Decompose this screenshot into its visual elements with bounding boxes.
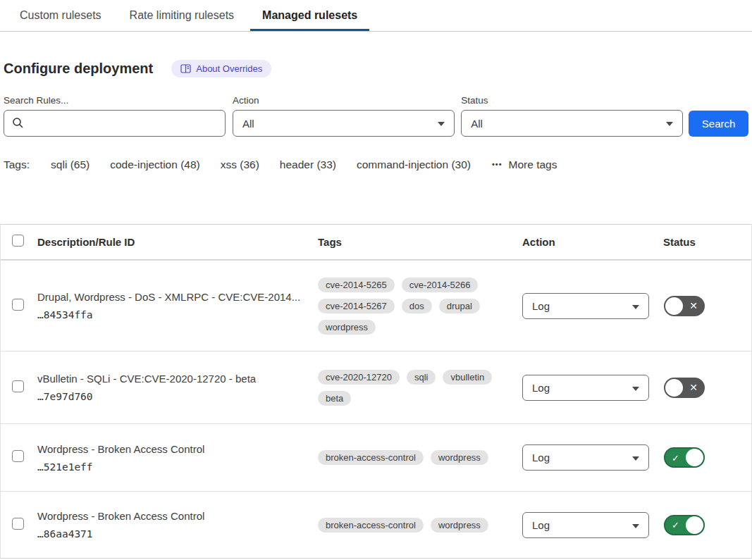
about-overrides-label: About Overrides: [196, 63, 262, 74]
chevron-down-icon: [666, 122, 673, 126]
table-row: Wordpress - Broken Access Control …521e1…: [1, 423, 751, 491]
search-rules-field: Search Rules...: [4, 95, 226, 137]
row-action-value: Log: [532, 452, 550, 463]
tags-bar-label: Tags:: [4, 158, 30, 171]
tags-bar: Tags: sqli (65) code-injection (48) xss …: [4, 158, 748, 171]
chevron-down-icon: [632, 387, 639, 391]
page-header: Configure deployment About Overrides: [4, 60, 748, 77]
tag-pill: broken-access-control: [318, 518, 424, 533]
more-tags-button[interactable]: ••• More tags: [492, 158, 557, 171]
select-all-checkbox[interactable]: [12, 235, 24, 247]
tag-pill: beta: [318, 391, 351, 406]
row-action-select[interactable]: Log: [522, 444, 649, 471]
rule-description: Wordpress - Broken Access Control: [37, 443, 318, 455]
action-filter-value: All: [242, 118, 254, 130]
status-toggle[interactable]: ✓ ✕: [664, 515, 705, 535]
action-filter-field: Action All: [233, 95, 455, 137]
column-header-tags: Tags: [318, 236, 522, 248]
toggle-knob: [665, 379, 683, 397]
status-toggle[interactable]: ✓ ✕: [664, 447, 705, 468]
tag-pill: cve-2020-12720: [318, 370, 400, 385]
tag-pill: cve-2014-5266: [402, 278, 479, 292]
row-action-select[interactable]: Log: [522, 375, 649, 401]
tag-filter-command-injection[interactable]: command-injection (30): [357, 158, 471, 171]
x-icon: ✕: [689, 301, 698, 311]
row-checkbox[interactable]: [12, 299, 24, 311]
tag-pill: wordpress: [431, 450, 488, 465]
action-filter-select[interactable]: All: [233, 110, 455, 137]
about-overrides-link[interactable]: About Overrides: [171, 60, 271, 77]
tag-pill: wordpress: [318, 320, 376, 335]
rule-id: …521e1eff: [37, 461, 318, 473]
tag-pill: drupal: [439, 299, 480, 313]
page-title: Configure deployment: [4, 61, 153, 77]
column-header-action: Action: [522, 236, 663, 248]
column-header-status: Status: [663, 236, 751, 248]
tab-managed-rulesets[interactable]: Managed rulesets: [250, 0, 369, 31]
search-rules-input[interactable]: [4, 110, 226, 137]
status-filter-select[interactable]: All: [461, 110, 683, 137]
book-icon: [180, 64, 191, 73]
rule-id: …84534ffa: [37, 309, 318, 321]
more-tags-label: More tags: [509, 158, 557, 171]
status-filter-label: Status: [461, 95, 683, 106]
rules-table: Description/Rule ID Tags Action Status D…: [0, 224, 752, 559]
action-filter-label: Action: [233, 95, 455, 106]
ellipsis-icon: •••: [492, 160, 503, 168]
rule-id: …86aa4371: [37, 528, 318, 540]
tag-filter-code-injection[interactable]: code-injection (48): [110, 158, 200, 171]
tag-pill: cve-2014-5265: [318, 278, 395, 292]
check-icon: ✓: [672, 521, 679, 530]
tab-custom-rulesets[interactable]: Custom rulesets: [8, 0, 113, 31]
table-row: Drupal, Wordpress - DoS - XMLRPC - CVE:C…: [1, 260, 751, 351]
rule-description: vBulletin - SQLi - CVE:CVE-2020-12720 - …: [37, 373, 318, 385]
chevron-down-icon: [438, 122, 445, 126]
row-action-value: Log: [532, 300, 550, 312]
chevron-down-icon: [632, 524, 639, 528]
search-button[interactable]: Search: [689, 111, 748, 137]
ruleset-tabbar: Custom rulesets Rate limiting rulesets M…: [0, 0, 752, 32]
table-row: Wordpress - Broken Access Control …86aa4…: [1, 491, 751, 558]
filters-bar: Search Rules... Action All Status: [4, 95, 748, 137]
table-header-row: Description/Rule ID Tags Action Status: [1, 225, 751, 260]
table-row: vBulletin - SQLi - CVE:CVE-2020-12720 - …: [1, 351, 751, 423]
rule-description: Wordpress - Broken Access Control: [37, 510, 318, 522]
row-action-select[interactable]: Log: [522, 293, 649, 319]
tag-pill: wordpress: [431, 518, 488, 533]
toggle-knob: [686, 449, 703, 466]
toggle-knob: [686, 516, 703, 534]
row-checkbox[interactable]: [12, 450, 24, 462]
tag-pill: sqli: [407, 370, 436, 385]
toggle-knob: [665, 297, 683, 315]
row-checkbox[interactable]: [12, 518, 24, 530]
status-toggle[interactable]: ✓ ✕: [664, 296, 705, 316]
tag-pill: broken-access-control: [318, 450, 424, 465]
row-checkbox[interactable]: [12, 380, 24, 392]
check-icon: ✓: [672, 453, 679, 462]
tag-filter-sqli[interactable]: sqli (65): [51, 158, 90, 171]
search-rules-label: Search Rules...: [4, 95, 226, 106]
row-action-value: Log: [532, 519, 550, 531]
column-header-description: Description/Rule ID: [37, 236, 318, 248]
chevron-down-icon: [632, 456, 639, 461]
row-action-value: Log: [532, 382, 550, 394]
chevron-down-icon: [632, 305, 639, 309]
tab-rate-limiting-rulesets[interactable]: Rate limiting rulesets: [118, 0, 247, 31]
tag-pill: dos: [402, 299, 432, 313]
tag-pill: cve-2014-5267: [318, 299, 395, 313]
status-filter-field: Status All: [461, 95, 683, 137]
rule-description: Drupal, Wordpress - DoS - XMLRPC - CVE:C…: [37, 291, 318, 303]
row-action-select[interactable]: Log: [522, 512, 649, 538]
tag-filter-xss[interactable]: xss (36): [221, 158, 259, 171]
status-toggle[interactable]: ✓ ✕: [664, 378, 705, 398]
tag-pill: vbulletin: [443, 370, 492, 385]
tag-filter-header[interactable]: header (33): [280, 158, 336, 171]
x-icon: ✕: [689, 382, 698, 392]
status-filter-value: All: [471, 118, 483, 130]
rule-id: …7e97d760: [37, 391, 318, 402]
